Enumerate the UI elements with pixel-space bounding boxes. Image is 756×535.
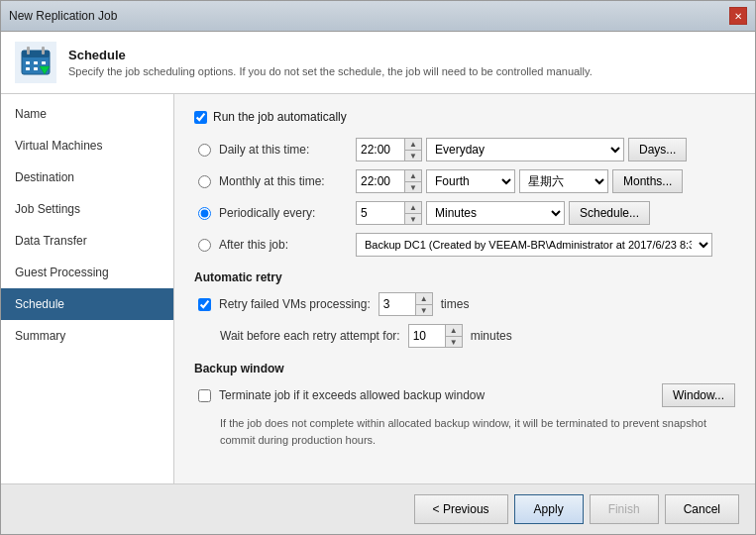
monthly-time-buttons: ▲ ▼ (404, 170, 421, 192)
page-header: Schedule Specify the job scheduling opti… (1, 32, 755, 94)
daily-time-up[interactable]: ▲ (405, 139, 421, 150)
monthly-row: Monthly at this time: ▲ ▼ First Second (198, 169, 735, 193)
svg-rect-3 (42, 47, 45, 54)
periodically-buttons: ▲ ▼ (404, 202, 421, 224)
monthly-day-select[interactable]: 星期一 星期二 星期三 星期四 星期五 星期六 星期日 (519, 169, 608, 193)
wait-value-input[interactable] (409, 325, 445, 347)
previous-button[interactable]: < Previous (414, 494, 508, 524)
monthly-radio[interactable] (198, 175, 211, 188)
svg-rect-6 (42, 61, 46, 64)
content-area: Name Virtual Machines Destination Job Se… (1, 94, 755, 483)
terminate-label: Terminate job if it exceeds allowed back… (219, 388, 485, 402)
retry-down[interactable]: ▼ (416, 304, 432, 315)
backup-section-label: Backup window (194, 362, 735, 375)
run-auto-label: Run the job automatically (213, 110, 347, 124)
wait-unit: minutes (471, 329, 512, 343)
monthly-time-spinner: ▲ ▼ (356, 169, 422, 193)
terminate-row: Terminate job if it exceeds allowed back… (198, 383, 735, 407)
svg-rect-2 (27, 47, 30, 54)
retry-section-label: Automatic retry (194, 270, 735, 284)
days-button[interactable]: Days... (628, 138, 687, 161)
periodically-row: Periodically every: ▲ ▼ Minutes Hours (198, 201, 735, 225)
retry-up[interactable]: ▲ (416, 293, 432, 304)
sidebar-item-virtual-machines[interactable]: Virtual Machines (1, 130, 173, 161)
sidebar-item-guest-processing[interactable]: Guest Processing (1, 257, 173, 288)
wait-row: Wait before each retry attempt for: ▲ ▼ … (220, 324, 735, 348)
after-job-controls: Backup DC1 (Created by VEEAM-BR\Administ… (356, 233, 712, 257)
after-job-row: After this job: Backup DC1 (Created by V… (198, 233, 735, 257)
retry-label: Retry failed VMs processing: (219, 297, 371, 311)
backup-section: Terminate job if it exceeds allowed back… (194, 383, 735, 448)
run-auto-checkbox[interactable] (194, 111, 207, 124)
sidebar-item-name[interactable]: Name (1, 98, 173, 130)
daily-label: Daily at this time: (219, 143, 348, 157)
daily-radio[interactable] (198, 144, 211, 157)
months-button[interactable]: Months... (612, 169, 683, 193)
backup-description: If the job does not complete within allo… (220, 415, 735, 448)
daily-row: Daily at this time: ▲ ▼ Everyday Weekday… (198, 138, 735, 161)
run-auto-row: Run the job automatically (194, 110, 735, 124)
daily-controls: ▲ ▼ Everyday Weekdays Weekends Days... (356, 138, 687, 161)
retry-unit: times (441, 297, 470, 311)
monthly-week-select[interactable]: First Second Third Fourth Last (426, 169, 515, 193)
periodically-value-input[interactable] (357, 202, 404, 224)
sidebar-item-data-transfer[interactable]: Data Transfer (1, 225, 173, 257)
wait-up[interactable]: ▲ (446, 325, 462, 336)
svg-rect-1 (22, 51, 50, 57)
monthly-time-input[interactable] (357, 170, 404, 192)
daily-frequency-select[interactable]: Everyday Weekdays Weekends (426, 138, 624, 161)
daily-time-down[interactable]: ▼ (405, 150, 421, 160)
monthly-time-up[interactable]: ▲ (405, 170, 421, 181)
retry-section: Retry failed VMs processing: ▲ ▼ times W… (194, 292, 735, 348)
after-job-radio[interactable] (198, 239, 211, 252)
after-job-label: After this job: (219, 238, 348, 252)
window-title: New Replication Job (9, 9, 117, 23)
periodically-radio[interactable] (198, 207, 211, 220)
main-window: New Replication Job ✕ Schedule Specify t… (0, 0, 756, 535)
sidebar: Name Virtual Machines Destination Job Se… (1, 94, 174, 483)
periodically-up[interactable]: ▲ (405, 202, 421, 213)
svg-rect-7 (26, 67, 30, 70)
retry-value-input[interactable] (379, 293, 415, 315)
retry-row: Retry failed VMs processing: ▲ ▼ times (198, 292, 735, 316)
daily-time-spinner: ▲ ▼ (356, 138, 422, 161)
sidebar-item-summary[interactable]: Summary (1, 320, 173, 352)
retry-buttons: ▲ ▼ (415, 293, 432, 315)
retry-checkbox[interactable] (198, 298, 211, 311)
header-title: Schedule (68, 48, 593, 62)
footer: < Previous Apply Finish Cancel (1, 483, 755, 534)
periodically-controls: ▲ ▼ Minutes Hours Schedule... (356, 201, 650, 225)
monthly-label: Monthly at this time: (219, 174, 348, 188)
title-bar: New Replication Job ✕ (1, 1, 755, 32)
wait-buttons: ▲ ▼ (445, 325, 462, 347)
periodically-down[interactable]: ▼ (405, 213, 421, 224)
wait-down[interactable]: ▼ (446, 336, 462, 347)
monthly-controls: ▲ ▼ First Second Third Fourth Last (356, 169, 683, 193)
wait-label: Wait before each retry attempt for: (220, 329, 400, 343)
schedule-icon (18, 45, 54, 80)
periodically-unit-select[interactable]: Minutes Hours (426, 201, 565, 225)
daily-time-input[interactable] (357, 139, 404, 160)
main-panel: Run the job automatically Daily at this … (174, 94, 755, 483)
apply-button[interactable]: Apply (514, 494, 584, 524)
daily-time-buttons: ▲ ▼ (404, 139, 421, 160)
terminate-checkbox[interactable] (198, 389, 211, 402)
svg-rect-5 (34, 61, 38, 64)
sidebar-item-job-settings[interactable]: Job Settings (1, 193, 173, 225)
close-button[interactable]: ✕ (729, 7, 747, 25)
svg-rect-4 (26, 61, 30, 64)
svg-rect-8 (34, 67, 38, 70)
after-job-select[interactable]: Backup DC1 (Created by VEEAM-BR\Administ… (356, 233, 712, 257)
sidebar-item-destination[interactable]: Destination (1, 161, 173, 193)
periodically-label: Periodically every: (219, 206, 348, 220)
header-icon (15, 42, 56, 83)
window-button[interactable]: Window... (662, 383, 735, 407)
finish-button[interactable]: Finish (590, 494, 659, 524)
schedule-options: Daily at this time: ▲ ▼ Everyday Weekday… (198, 138, 735, 257)
header-description: Specify the job scheduling options. If y… (68, 65, 593, 77)
periodically-value-spinner: ▲ ▼ (356, 201, 422, 225)
monthly-time-down[interactable]: ▼ (405, 181, 421, 192)
cancel-button[interactable]: Cancel (665, 494, 739, 524)
sidebar-item-schedule[interactable]: Schedule (1, 288, 173, 320)
schedule-button[interactable]: Schedule... (569, 201, 650, 225)
